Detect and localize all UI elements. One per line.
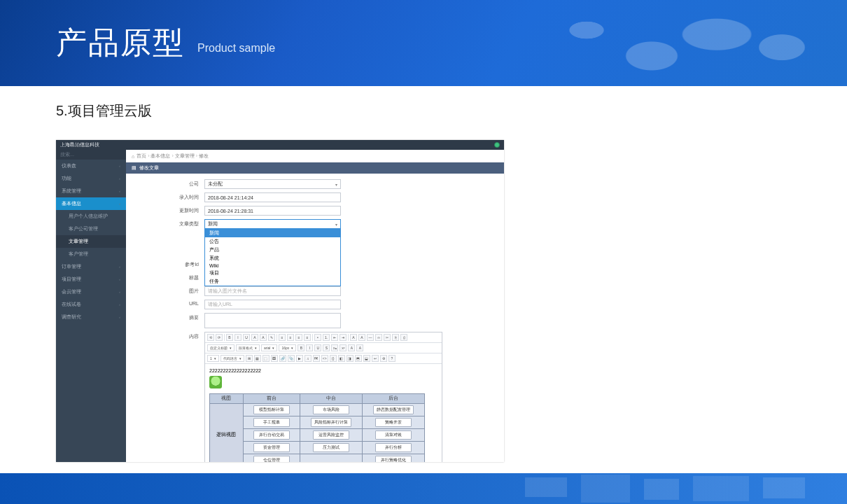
editor-tool-2[interactable]: ⬚ (262, 355, 270, 362)
editor-btn-22[interactable]: — (367, 334, 374, 341)
type-option[interactable]: 公告 (205, 237, 340, 246)
cell-button[interactable]: 策略开发 (375, 418, 412, 427)
editor-tool-12[interactable]: ◨ (346, 355, 354, 362)
editor-btn-20[interactable]: A (350, 334, 357, 341)
editor-btn-5[interactable]: U (243, 334, 250, 341)
cell-button[interactable]: 风险指标并行计算 (311, 418, 351, 427)
url-field[interactable]: 请输入URL (204, 300, 341, 309)
editor-select[interactable]: 16px▾ (279, 344, 296, 351)
editor-tool-16[interactable]: ⚙ (380, 355, 387, 362)
editor-tool-4[interactable]: 🔗 (279, 355, 286, 362)
cell-button[interactable]: 压力测试 (313, 443, 349, 452)
editor-tool-17[interactable]: ? (388, 355, 396, 362)
editor-btn-7[interactable]: A (260, 334, 267, 341)
breadcrumb-part[interactable]: 文章管理 (175, 153, 195, 158)
sidebar-item-功能[interactable]: 功能‹ (56, 172, 126, 185)
sidebar-item-客户公司管理[interactable]: 客户公司管理 (56, 223, 126, 235)
type-option[interactable]: 项目 (205, 269, 340, 277)
sidebar-item-文章管理[interactable]: 文章管理 (56, 235, 126, 248)
editor-tool-1[interactable]: ▦ (254, 355, 261, 362)
editor-btn-11[interactable]: ≡ (287, 334, 294, 341)
type-option[interactable]: Wiki (205, 262, 340, 269)
sidebar-item-订单管理[interactable]: 订单管理‹ (56, 260, 126, 273)
editor-btn-6[interactable]: A (251, 334, 258, 341)
editor-btn-24[interactable]: ✂ (384, 334, 391, 341)
editor-tool-11[interactable]: ◧ (338, 355, 345, 362)
company-select[interactable]: 未分配 ▾ (204, 179, 341, 189)
editor-btn-4[interactable]: I (234, 334, 241, 341)
sidebar-item-系统管理[interactable]: 系统管理‹ (56, 185, 126, 197)
editor-btn-21[interactable]: A (358, 334, 365, 341)
sidebar-item-项目管理[interactable]: 项目管理‹ (56, 273, 126, 286)
cell-button[interactable]: 并行策略优化 (375, 456, 412, 462)
editor-select[interactable]: arial▾ (261, 344, 277, 351)
type-option[interactable]: 系统 (205, 254, 340, 262)
sidebar-item-会员管理[interactable]: 会员管理‹ (56, 286, 126, 298)
editor-tool-13[interactable]: ⬒ (355, 355, 362, 362)
editor-select[interactable]: 段落格式▾ (236, 344, 260, 351)
editor-fmt-6[interactable]: A (348, 344, 355, 351)
type-option[interactable]: 新闻 (205, 229, 340, 237)
sidebar-item-调查研究[interactable]: 调查研究‹ (56, 311, 126, 323)
breadcrumb-part[interactable]: 基本信息 (150, 153, 170, 158)
notification-icon[interactable] (494, 142, 500, 148)
editor-btn-0[interactable]: ⟲ (207, 334, 214, 341)
editor-fmt-5[interactable]: x² (340, 344, 346, 351)
editor-btn-26[interactable]: ⎙ (400, 334, 407, 341)
cell-button[interactable]: 运营风险监控 (313, 430, 349, 440)
type-option[interactable]: 产品 (205, 246, 340, 254)
editor-fmt-2[interactable]: U (314, 344, 321, 351)
cell-button[interactable]: 清算对账 (375, 430, 412, 440)
editor-fmt-3[interactable]: S (323, 344, 330, 351)
type-select[interactable]: 新闻 ▾ (204, 219, 341, 229)
editor-select[interactable]: 1▾ (207, 355, 219, 362)
cell-button[interactable]: 模型指标计算 (253, 405, 290, 414)
sidebar-item-基本信息[interactable]: 基本信息‹ (56, 197, 126, 210)
sidebar-item-在线试卷[interactable]: 在线试卷‹ (56, 298, 126, 311)
sidebar-search[interactable]: 搜索... (56, 150, 126, 160)
editor-tool-8[interactable]: 🗺 (313, 355, 320, 362)
editor-btn-18[interactable]: ⇥ (340, 334, 346, 341)
cell-button[interactable]: 静态数据配置管理 (373, 405, 414, 414)
update-time-field[interactable]: 2018-08-24 21:28:31 (204, 206, 341, 216)
cell-button[interactable]: 市场风险 (313, 405, 349, 414)
editor-btn-23[interactable]: ∞ (375, 334, 382, 341)
cell-button[interactable]: 仓位管理 (253, 456, 290, 462)
editor-tool-9[interactable]: <> (321, 355, 328, 362)
editor-tool-10[interactable]: {} (330, 355, 337, 362)
editor-btn-1[interactable]: ⟳ (216, 334, 223, 341)
editor-tool-5[interactable]: 📎 (288, 355, 295, 362)
editor-tool-14[interactable]: ⬓ (363, 355, 370, 362)
editor-btn-10[interactable]: ≡ (279, 334, 286, 341)
summary-field[interactable] (204, 313, 341, 328)
editor-tool-3[interactable]: 🖼 (271, 355, 278, 362)
type-option[interactable]: 任务 (205, 277, 340, 286)
editor-fmt-7[interactable]: A (356, 344, 363, 351)
home-icon[interactable]: ⌂ (132, 154, 134, 159)
editor-tool-6[interactable]: ▶ (296, 355, 303, 362)
editor-btn-13[interactable]: ≡ (304, 334, 311, 341)
image-field[interactable]: 请输入图片文件名 (204, 286, 341, 296)
editor-fmt-4[interactable]: x₂ (331, 344, 338, 351)
editor-fmt-0[interactable]: B (298, 344, 304, 351)
editor-btn-12[interactable]: ≡ (295, 334, 302, 341)
editor-btn-17[interactable]: ⇤ (331, 334, 338, 341)
cell-button[interactable]: 并行自动交易 (253, 430, 290, 440)
editor-tool-15[interactable]: ↩ (372, 355, 379, 362)
editor-btn-8[interactable]: ✎ (268, 334, 275, 341)
editor-btn-3[interactable]: B (226, 334, 233, 341)
editor-content[interactable]: 2222222222222222222 视图前台中台后台 逻辑视图模型指标计算市… (205, 364, 442, 462)
editor-select[interactable]: 代码语言▾ (220, 355, 244, 362)
entry-time-field[interactable]: 2018-08-24 21:14:24 (204, 192, 341, 202)
editor-btn-25[interactable]: ⎘ (392, 334, 399, 341)
editor-select[interactable]: 自定义标题▾ (207, 344, 234, 351)
sidebar-item-客户管理[interactable]: 客户管理 (56, 248, 126, 260)
cell-button[interactable]: 手工报单 (253, 418, 290, 427)
sidebar-item-仪表盘[interactable]: 仪表盘‹ (56, 160, 126, 172)
cell-button[interactable]: 并行分析 (375, 443, 412, 452)
editor-btn-16[interactable]: 1. (323, 334, 330, 341)
cell-button[interactable]: 资金管理 (253, 443, 290, 452)
breadcrumb-part[interactable]: 首页 (136, 153, 146, 158)
sidebar-item-用户个人信息维护[interactable]: 用户个人信息维护 (56, 210, 126, 223)
editor-tool-0[interactable]: ⊞ (246, 355, 253, 362)
